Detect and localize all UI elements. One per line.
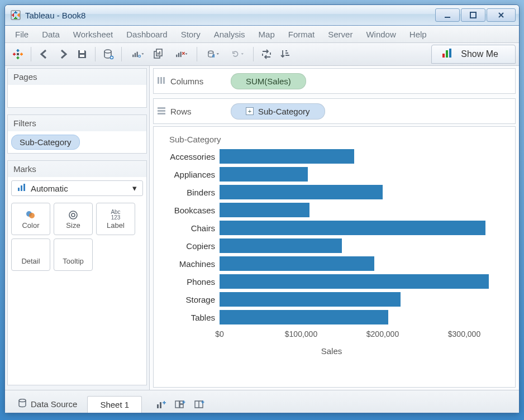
color-mark-icon [25, 209, 36, 221]
bar-storage[interactable] [220, 292, 401, 307]
menu-analysis[interactable]: Analysis [207, 27, 252, 41]
chart-viz[interactable]: Sub-Category AccessoriesAppliancesBinder… [153, 126, 516, 388]
columns-shelf[interactable]: Columns SUM(Sales) [153, 68, 516, 94]
svg-rect-39 [285, 52, 288, 54]
data-source-label: Data Source [31, 399, 77, 409]
category-label: Accessories [158, 152, 220, 161]
svg-point-57 [19, 399, 26, 402]
svg-rect-16 [21, 53, 22, 56]
duplicate-sheet-button[interactable] [151, 46, 168, 63]
mark-tooltip-label: Tooltip [63, 257, 84, 265]
menu-help[interactable]: Help [403, 27, 434, 41]
svg-rect-43 [449, 49, 451, 58]
menu-file[interactable]: File [8, 27, 35, 41]
category-label: Tables [158, 313, 220, 322]
mark-size-button[interactable]: Size [54, 203, 93, 235]
datasource-icon [18, 399, 26, 409]
app-window: Tableau - Book8 File Data Worksheet Dash… [4, 4, 520, 413]
bar-chairs[interactable] [220, 221, 485, 235]
columns-pill-sum-sales[interactable]: SUM(Sales) [231, 73, 306, 89]
mark-color-button[interactable]: Color [11, 203, 50, 235]
close-button[interactable] [487, 8, 516, 22]
bar-copiers[interactable] [220, 238, 342, 253]
save-button[interactable] [74, 46, 90, 63]
marks-type-select[interactable]: Automatic ▾ [11, 180, 143, 196]
mark-detail-button[interactable]: Detail [11, 238, 50, 271]
sort-asc-button[interactable] [277, 46, 294, 63]
svg-rect-53 [163, 77, 165, 84]
mark-detail-label: Detail [21, 257, 40, 265]
svg-rect-33 [178, 53, 179, 57]
svg-rect-12 [17, 50, 20, 51]
maximize-button[interactable] [461, 8, 485, 22]
mark-tooltip-button[interactable]: Tooltip [54, 238, 93, 271]
pages-title: Pages [8, 69, 146, 85]
menu-story[interactable]: Story [174, 27, 207, 41]
clear-sheet-button[interactable] [170, 46, 192, 63]
pages-shelf[interactable]: Pages [7, 68, 147, 108]
forward-button[interactable] [55, 46, 72, 63]
columns-icon [157, 77, 166, 86]
new-worksheet-button[interactable] [126, 46, 149, 63]
svg-rect-34 [180, 52, 182, 58]
menu-data[interactable]: Data [35, 27, 66, 41]
mark-text-label: Label [107, 221, 125, 230]
marks-type-label: Automatic [31, 184, 68, 193]
svg-rect-42 [446, 50, 448, 58]
svg-rect-31 [159, 51, 160, 55]
bar-bookcases[interactable] [220, 203, 309, 217]
show-me-button[interactable]: Show Me [431, 45, 516, 64]
svg-rect-32 [176, 55, 177, 57]
tableau-logo-icon[interactable] [9, 46, 26, 63]
svg-rect-25 [135, 53, 136, 57]
mark-label-button[interactable]: Abc123 Label [96, 203, 135, 235]
auto-update-button[interactable] [202, 46, 224, 63]
svg-rect-55 [158, 110, 165, 112]
rows-pill-subcategory[interactable]: + Sub-Category [231, 103, 325, 120]
svg-rect-2 [14, 12, 17, 13]
menu-map[interactable]: Map [252, 27, 282, 41]
menu-format[interactable]: Format [282, 27, 322, 41]
columns-label: Columns [170, 77, 203, 86]
category-label: Appliances [158, 170, 220, 179]
bar-mark-icon [17, 184, 26, 193]
new-datasource-button[interactable] [100, 46, 117, 63]
toolbar: Show Me [5, 43, 519, 66]
bar-tables[interactable] [220, 310, 388, 324]
axis-tick: $300,000 [448, 330, 480, 338]
svg-rect-14 [14, 53, 15, 56]
category-label: Storage [158, 295, 220, 304]
bar-accessories[interactable] [220, 149, 354, 164]
bar-binders[interactable] [220, 185, 383, 199]
swap-button[interactable] [258, 46, 275, 63]
main-area: Pages Filters Sub-Category Marks Automat… [5, 66, 519, 390]
sheet-1-tab[interactable]: Sheet 1 [87, 396, 142, 413]
menu-dashboard[interactable]: Dashboard [120, 27, 174, 41]
data-source-tab[interactable]: Data Source [8, 395, 87, 413]
back-button[interactable] [36, 46, 53, 63]
marks-card: Marks Automatic ▾ Color Size [7, 160, 147, 385]
mark-color-label: Color [22, 221, 39, 230]
svg-rect-18 [17, 58, 20, 59]
new-story-tab-button[interactable] [190, 396, 209, 413]
chevron-down-icon: ▾ [132, 183, 137, 193]
bar-phones[interactable] [220, 274, 489, 289]
svg-point-35 [208, 51, 213, 53]
rows-shelf[interactable]: Rows + Sub-Category [153, 98, 516, 124]
run-update-button[interactable] [226, 46, 249, 63]
menu-worksheet[interactable]: Worksheet [66, 27, 120, 41]
new-dashboard-tab-button[interactable] [171, 396, 190, 413]
menu-bar: File Data Worksheet Dashboard Story Anal… [5, 26, 519, 43]
bar-appliances[interactable] [220, 167, 308, 182]
sidebar: Pages Filters Sub-Category Marks Automat… [5, 66, 150, 390]
filters-shelf[interactable]: Filters Sub-Category [7, 114, 147, 154]
svg-point-50 [72, 213, 75, 217]
menu-window[interactable]: Window [359, 27, 402, 41]
minimize-button[interactable] [435, 8, 460, 22]
window-title: Tableau - Book8 [25, 11, 85, 20]
new-worksheet-tab-button[interactable] [152, 396, 171, 413]
filter-pill-subcategory[interactable]: Sub-Category [11, 135, 80, 150]
bar-machines[interactable] [220, 256, 374, 271]
menu-server[interactable]: Server [321, 27, 359, 41]
svg-point-49 [69, 211, 77, 219]
